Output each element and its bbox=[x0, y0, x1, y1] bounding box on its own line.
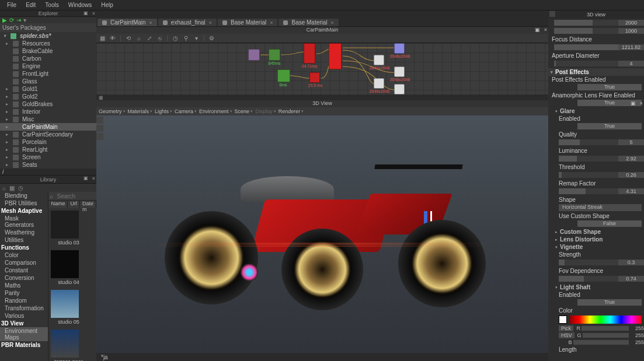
panel-close-icon[interactable]: × bbox=[640, 100, 643, 106]
lib-cat-maths[interactable]: Maths bbox=[0, 282, 48, 289]
post-enabled-toggle[interactable]: True bbox=[577, 84, 642, 90]
vignette-value[interactable]: 0.3 bbox=[618, 260, 644, 265]
close-icon[interactable]: × bbox=[331, 20, 334, 26]
panel-close-icon[interactable]: × bbox=[92, 176, 95, 181]
tree-item-rearlight[interactable]: ▸RearLight bbox=[0, 146, 96, 153]
tree-item-carpaintmain[interactable]: ▸CarPaintMain bbox=[0, 123, 96, 131]
close-icon[interactable]: × bbox=[270, 20, 273, 26]
close-icon[interactable]: × bbox=[149, 20, 152, 26]
view3d-menu-materials[interactable]: Materials bbox=[128, 108, 154, 114]
lib-cat-mesh-adaptive[interactable]: Mesh Adaptive bbox=[0, 207, 48, 215]
section-glare[interactable]: Glare bbox=[548, 107, 644, 115]
channel-g-value[interactable]: 255 bbox=[630, 332, 644, 338]
lib-cat-comparison[interactable]: Comparison bbox=[0, 259, 48, 267]
glare-shape-select[interactable]: Horizontal Streak bbox=[559, 204, 642, 211]
graph-node[interactable] bbox=[374, 78, 384, 89]
tree-item-gold1[interactable]: ▸Gold1 bbox=[0, 85, 96, 93]
prop-value[interactable]: 4 bbox=[618, 61, 644, 66]
section-light-shaft[interactable]: Light Shaft bbox=[548, 283, 644, 291]
thumbnail[interactable]: studio 05 bbox=[51, 290, 86, 325]
lib-cat-various[interactable]: Various bbox=[0, 312, 48, 320]
lib-cat-conversion[interactable]: Conversion bbox=[0, 274, 48, 282]
view3d-menu-environment[interactable]: Environment bbox=[199, 108, 234, 114]
menu-windows[interactable]: Windows bbox=[64, 2, 97, 8]
pick-button[interactable]: Pick bbox=[559, 325, 573, 331]
channel-g-slider[interactable] bbox=[583, 333, 629, 338]
search-icon[interactable]: ⌕ bbox=[135, 35, 142, 42]
clock-icon[interactable]: ◷ bbox=[18, 185, 23, 191]
tree-item-porcelain[interactable]: ▸Porcelain bbox=[0, 138, 96, 146]
prop-slider[interactable] bbox=[554, 28, 618, 34]
glare-threshold-slider[interactable] bbox=[559, 172, 618, 178]
panel-close-icon[interactable]: × bbox=[92, 10, 95, 16]
view3d-menu-renderer[interactable]: Renderer bbox=[279, 108, 305, 114]
lib-cat-random[interactable]: Random bbox=[0, 297, 48, 304]
tree-item-interior[interactable]: ▸Interior bbox=[0, 108, 96, 115]
glare-remap factor-value[interactable]: 4.31 bbox=[618, 188, 644, 194]
grid-icon[interactable]: ▦ bbox=[9, 185, 15, 191]
view3d-menu-scene[interactable]: Scene bbox=[235, 108, 255, 114]
lib-cat-3d-view[interactable]: 3D View bbox=[0, 320, 48, 327]
graph-node[interactable] bbox=[394, 66, 405, 77]
view-tool-1[interactable] bbox=[96, 117, 103, 124]
grid-icon[interactable]: ▦ bbox=[99, 35, 106, 42]
tab-base-material[interactable]: Base Material× bbox=[279, 19, 338, 26]
tree-item-frontlight[interactable]: FrontLight bbox=[0, 70, 96, 78]
tree-item-engine[interactable]: Engine bbox=[0, 62, 96, 70]
panel-undock-icon[interactable]: ▣ bbox=[631, 100, 636, 106]
vignette-slider[interactable] bbox=[559, 276, 618, 282]
menu-tools[interactable]: Tools bbox=[40, 2, 63, 8]
gear-icon[interactable]: ⚙ bbox=[208, 35, 215, 42]
lib-cat-environment-maps[interactable]: Environment Maps bbox=[0, 327, 48, 341]
graph-node[interactable] bbox=[304, 43, 315, 64]
tree-item-gold2[interactable]: ▸Gold2 bbox=[0, 93, 96, 100]
panel-undock-icon[interactable]: ▣ bbox=[83, 10, 88, 16]
prop-value[interactable]: 2000 bbox=[618, 20, 644, 26]
graph-node[interactable] bbox=[374, 55, 384, 65]
graph-node[interactable] bbox=[394, 43, 405, 54]
tab-exhaust_final[interactable]: exhaust_final× bbox=[158, 19, 217, 26]
lib-cat-weathering[interactable]: Weathering bbox=[0, 229, 48, 236]
vignette-value[interactable]: 0.74 bbox=[618, 276, 644, 282]
section-post-effects[interactable]: Post Effects bbox=[548, 68, 644, 76]
home-icon[interactable]: ⌂ bbox=[2, 185, 6, 191]
tree-item-seats[interactable]: ▸Seats bbox=[0, 161, 96, 169]
zoom-icon[interactable]: ⟲ bbox=[125, 35, 132, 42]
lib-cat-color[interactable]: Color bbox=[0, 251, 48, 259]
lib-cat-blending[interactable]: Blending bbox=[0, 192, 48, 199]
hsv-button[interactable]: HSV bbox=[559, 332, 575, 338]
lib-cat-pbr-utilities[interactable]: PBR Utilities bbox=[0, 199, 48, 207]
section-lens-distortion[interactable]: Lens Distortion bbox=[548, 236, 644, 243]
color-swatch[interactable] bbox=[559, 316, 567, 324]
view3d-menu-display[interactable]: Display bbox=[255, 108, 277, 114]
col-url[interactable]: Url bbox=[68, 201, 80, 208]
tree-item-misc[interactable]: ▸Misc bbox=[0, 115, 96, 123]
menu-file[interactable]: File bbox=[2, 2, 21, 8]
thumbnail[interactable]: studio 03 bbox=[51, 211, 86, 246]
prop-slider[interactable] bbox=[554, 61, 618, 66]
glare-luminance-value[interactable]: 2.92 bbox=[618, 156, 644, 162]
section-custom-shape[interactable]: Custom Shape bbox=[548, 228, 644, 236]
glare-luminance-slider[interactable] bbox=[559, 156, 618, 162]
glare-use custom shape-toggle[interactable]: False bbox=[577, 220, 642, 227]
node-graph[interactable]: 845ms0ms24.71ms15.5 ms2048x20482048x2048… bbox=[96, 43, 548, 94]
lib-cat-pbr-materials[interactable]: PBR Materials bbox=[0, 341, 48, 349]
lightshaft-enabled-toggle[interactable]: True bbox=[577, 299, 642, 306]
lib-cat-mask-generators[interactable]: Mask Generators bbox=[0, 215, 48, 229]
graph-node[interactable] bbox=[329, 43, 342, 69]
tree-item-brakecable[interactable]: BrakeCable bbox=[0, 47, 96, 55]
tree-item-glass[interactable]: Glass bbox=[0, 78, 96, 85]
options-icon[interactable]: ▾ bbox=[23, 17, 26, 23]
package-row[interactable]: ▾spider.sbs* bbox=[0, 32, 96, 40]
panel-undock-icon[interactable]: ▣ bbox=[535, 27, 540, 33]
glare-remap factor-slider[interactable] bbox=[559, 188, 618, 194]
thumbnail[interactable]: terrace near the granaries bbox=[51, 330, 86, 361]
view-tool-3[interactable] bbox=[96, 133, 103, 140]
down-icon[interactable]: ▾ bbox=[193, 35, 200, 42]
clock-icon[interactable]: ◷ bbox=[172, 35, 179, 42]
lib-cat-transformation[interactable]: Transformation bbox=[0, 304, 48, 312]
glare-threshold-value[interactable]: 0.26 bbox=[618, 172, 644, 178]
view3d-menu-geometry[interactable]: Geometry bbox=[99, 108, 127, 114]
graph-node[interactable] bbox=[394, 84, 405, 94]
link-icon[interactable]: ⎋ bbox=[156, 35, 163, 42]
